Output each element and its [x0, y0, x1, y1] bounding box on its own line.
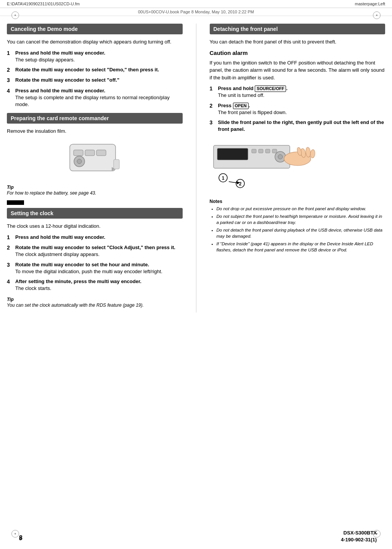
source-off-key: SOURCE/OFF	[255, 85, 286, 92]
svg-rect-13	[272, 149, 277, 153]
clock-intro: The clock uses a 12-hour digital indicat…	[7, 222, 183, 230]
front-panel-illustration: 1 2	[210, 138, 316, 195]
model-info: DSX-S300BTX 4-190-902-31(1)	[341, 530, 377, 543]
svg-rect-11	[259, 149, 263, 153]
step-item: 1 Press and hold the multi way encoder. …	[7, 50, 183, 63]
notes-section: Notes Do not drop or put excessive press…	[210, 199, 386, 253]
step-item: 2 Rotate the multi way encoder to select…	[7, 66, 183, 74]
section-clock: Setting the clock The clock uses a 12-ho…	[7, 208, 183, 308]
step-item: 4 Press and hold the multi way encoder. …	[7, 87, 183, 108]
svg-text:1: 1	[222, 175, 224, 181]
step-item: 4 After setting the minute, press the mu…	[7, 278, 183, 292]
section-card-remote-header: Preparing the card remote commander	[7, 113, 183, 124]
notes-label: Notes	[210, 199, 386, 204]
svg-rect-2	[85, 150, 95, 156]
svg-text:2: 2	[239, 181, 241, 187]
page-number-display: 8	[19, 535, 22, 541]
column-divider	[196, 24, 196, 312]
step-item: 2 Press OPEN. The front panel is flipped…	[210, 102, 386, 116]
note-item: If "Device Inside" (page 41) appears in …	[217, 241, 386, 253]
svg-rect-12	[265, 149, 270, 153]
right-column: Detaching the front panel You can detach…	[210, 24, 386, 312]
black-accent-bar	[7, 200, 24, 205]
svg-rect-1	[74, 150, 83, 156]
part-number: 4-190-902-31(1)	[341, 536, 377, 543]
note-item: Do not detach the front panel during pla…	[217, 227, 386, 239]
notes-list: Do not drop or put excessive pressure on…	[210, 206, 386, 253]
section-card-remote: Preparing the card remote commander Remo…	[7, 113, 183, 196]
note-item: Do not drop or put excessive pressure on…	[217, 206, 386, 212]
step-item: 2 Rotate the multi way encoder to select…	[7, 244, 183, 258]
main-content: Canceling the Demo mode You can cancel t…	[0, 16, 392, 320]
card-remote-intro: Remove the insulation film.	[7, 127, 183, 135]
cancel-demo-steps: 1 Press and hold the multi way encoder. …	[7, 50, 183, 108]
detach-steps: 1 Press and hold SOURCE/OFF. The unit is…	[210, 85, 386, 133]
svg-rect-7	[114, 159, 119, 169]
section-cancel-demo: Canceling the Demo mode You can cancel t…	[7, 24, 183, 108]
clock-steps: 1 Press and hold the multi way encoder. …	[7, 234, 183, 292]
note-item: Do not subject the front panel to heat/h…	[217, 213, 386, 225]
detach-intro: You can detach the front panel of this u…	[210, 38, 386, 46]
section-cancel-demo-header: Canceling the Demo mode	[7, 24, 183, 34]
step-item: 3 Slide the front panel to the right, th…	[210, 119, 386, 133]
left-column: Canceling the Demo mode You can cancel t…	[7, 24, 183, 312]
svg-point-5	[77, 159, 82, 164]
svg-point-15	[278, 155, 283, 159]
cancel-demo-intro: You can cancel the demonstration display…	[7, 38, 183, 46]
clock-tip: Tip You can set the clock automatically …	[7, 296, 183, 308]
section-detach-panel-header: Detaching the front panel	[210, 24, 386, 34]
step-item: 3 Rotate the multi way encoder to set th…	[7, 261, 183, 275]
header-left: E:\DATA\4190902311\01US02CD-U.fm	[7, 2, 80, 6]
corner-mark-tr	[373, 11, 381, 19]
svg-rect-3	[96, 150, 106, 156]
section-detach-panel: Detaching the front panel You can detach…	[210, 24, 386, 253]
caution-alarm-title: Caution alarm	[210, 50, 386, 56]
step-item: 1 Press and hold SOURCE/OFF. The unit is…	[210, 85, 386, 99]
header-right: masterpage:Left	[355, 2, 386, 6]
svg-rect-9	[217, 148, 248, 160]
caution-alarm-section: Caution alarm If you turn the ignition s…	[210, 50, 386, 82]
card-remote-illustration	[62, 138, 127, 180]
step-item: 1 Press and hold the multi way encoder.	[7, 234, 183, 241]
step-item: 3 Rotate the multi way encoder to select…	[7, 77, 183, 84]
model-name: DSX-S300BTX	[341, 530, 377, 536]
open-key: OPEN	[233, 103, 249, 109]
card-remote-tip: Tip For how to replace the battery, see …	[7, 184, 183, 196]
section-clock-header: Setting the clock	[7, 208, 183, 219]
svg-rect-10	[252, 149, 256, 153]
corner-mark-tl	[11, 11, 19, 19]
caution-alarm-text: If you turn the ignition switch to the O…	[210, 59, 386, 82]
page-header: E:\DATA\4190902311\01US02CD-U.fm masterp…	[0, 0, 392, 8]
book-info: 00US+00COV-U.book Page 8 Monday, May 10,…	[0, 8, 392, 16]
corner-mark-bl	[11, 530, 19, 538]
svg-point-19	[310, 149, 315, 158]
